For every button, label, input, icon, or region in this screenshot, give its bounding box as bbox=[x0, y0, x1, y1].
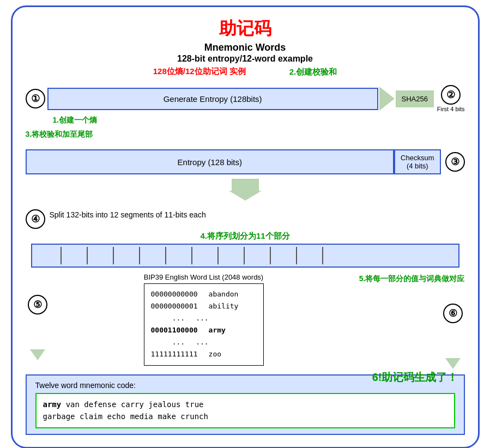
main-layout: ① Generate Entropy (128bits) SHA256 ② Fi… bbox=[26, 85, 465, 435]
step2-circle: ② bbox=[441, 85, 461, 105]
bip39-bits-4: 00001100000 bbox=[151, 324, 198, 336]
step5-circle: ⑤ bbox=[28, 295, 47, 314]
annotation-6: 6!助记码生成了！ bbox=[372, 370, 458, 385]
mnemonic-rest: van defense carry jealous true garbage c… bbox=[43, 400, 208, 421]
step6-circle: ⑥ bbox=[443, 304, 463, 323]
bip39-word-2: ability bbox=[209, 300, 239, 312]
bip39-dots-3: ... bbox=[151, 312, 185, 324]
subtitle-zh: 128位熵/12位助记词 实例 bbox=[153, 66, 246, 77]
row2-wrapper: 3.将校验和加至尾部 Entropy (128 bits) Checksum (… bbox=[26, 130, 465, 174]
bip39-row-2: 00000000001 ability bbox=[151, 300, 257, 312]
annotation-4: 4.将序列划分为11个部分 bbox=[26, 231, 465, 241]
bip39-row-3: ... ... bbox=[151, 312, 257, 324]
bip39-table: 00000000000 abandon 00000000001 ability … bbox=[144, 283, 264, 366]
row-entropy-checksum: Entropy (128 bits) Checksum (4 bits) ③ bbox=[26, 149, 465, 174]
title-zh: 助记码 bbox=[26, 17, 465, 41]
first4bits-label: First 4 bits bbox=[437, 106, 465, 112]
annotation-2: 2.创建校验和 bbox=[289, 67, 337, 77]
entropy128-box: Entropy (128 bits) bbox=[26, 149, 395, 174]
step2-area: ② First 4 bits bbox=[437, 85, 465, 112]
bip39-row-6: 11111111111 zoo bbox=[151, 348, 257, 360]
main-container: 助记码 Mnemonic Words 128-bit entropy/12-wo… bbox=[11, 5, 480, 448]
mnemonic-code-box: army van defense carry jealous true garb… bbox=[35, 393, 455, 428]
mnemonic-result-box: 6!助记码生成了！ Twelve word mnemonic code: arm… bbox=[26, 374, 465, 435]
step3-circle: ③ bbox=[445, 152, 465, 172]
bip39-word-4: army bbox=[209, 324, 226, 336]
subtitle-en: 128-bit entropy/12-word example bbox=[26, 54, 465, 64]
row-entropy-gen: ① Generate Entropy (128bits) SHA256 ② Fi… bbox=[26, 85, 465, 112]
checksum-bits: (4 bits) bbox=[407, 162, 428, 170]
right-area: 5.将每一部分的值与词典做对应 ⑥ bbox=[356, 273, 465, 369]
svg-marker-0 bbox=[229, 179, 262, 201]
entropy-gen-box: Generate Entropy (128bits) bbox=[47, 88, 378, 110]
bip39-dots-5: ... bbox=[151, 336, 185, 348]
sha256-box: SHA256 bbox=[396, 90, 434, 107]
bip39-row-1: 00000000000 abandon bbox=[151, 288, 257, 300]
step3-area: ③ bbox=[445, 149, 465, 174]
annotation-1: 1.创建一个熵 bbox=[53, 116, 465, 125]
row-split: ④ Split 132-bits into 12 segments of 11-… bbox=[26, 209, 465, 229]
bip39-word-3: ... bbox=[196, 312, 208, 324]
split-text: Split 132-bits into 12 segments of 11-bi… bbox=[50, 210, 206, 219]
bip39-bits-6: 11111111111 bbox=[151, 348, 198, 360]
bip39-title: BIP39 English Word List (2048 words) bbox=[144, 273, 263, 281]
step6-area: ⑥ bbox=[441, 304, 465, 369]
checksum-label: Checksum bbox=[401, 154, 434, 162]
title-en: Mnemonic Words bbox=[26, 42, 465, 53]
bip39-bits-1: 00000000000 bbox=[151, 288, 198, 300]
bip39-row-5: ... ... bbox=[151, 336, 257, 348]
bip39-word-6: zoo bbox=[209, 348, 221, 360]
left-arrow-area: ⑤ bbox=[26, 279, 50, 360]
bip39-word-1: abandon bbox=[209, 288, 239, 300]
step4-circle: ④ bbox=[26, 209, 45, 229]
bip39-word-5: ... bbox=[196, 336, 208, 348]
annotation-5: 5.将每一部分的值与词典做对应 bbox=[359, 274, 465, 284]
checksum-box: Checksum (4 bits) bbox=[394, 149, 440, 174]
bip39-bits-2: 00000000001 bbox=[151, 300, 198, 312]
down-arrow-1 bbox=[26, 179, 465, 201]
segments-box bbox=[31, 244, 459, 268]
mnemonic-bold-word: army bbox=[43, 400, 62, 409]
row-bip39: ⑤ BIP39 English Word List (2048 words) 0… bbox=[26, 273, 465, 369]
step1-circle: ① bbox=[26, 89, 45, 108]
bip39-container: BIP39 English Word List (2048 words) 000… bbox=[57, 273, 350, 366]
bip39-row-4: 00001100000 army bbox=[151, 324, 257, 336]
arrow-right-1 bbox=[379, 87, 395, 111]
annotation-3: 3.将校验和加至尾部 bbox=[26, 130, 465, 140]
